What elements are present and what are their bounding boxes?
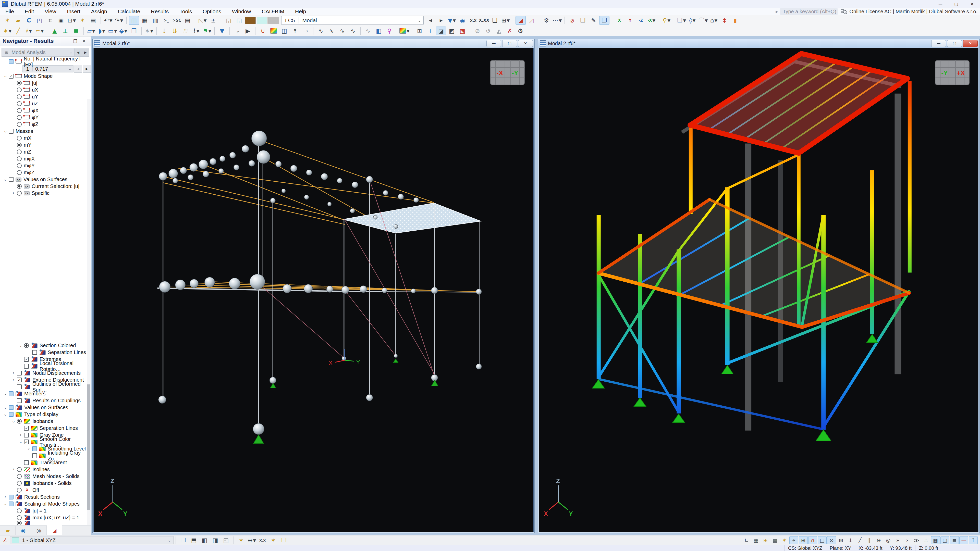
navigator-close-button[interactable]: ✕ (80, 38, 88, 44)
radio-on[interactable] (17, 81, 22, 86)
intersection[interactable]: ✗ (504, 27, 515, 35)
menu-insert[interactable]: Insert (62, 8, 86, 15)
plumb-line[interactable]: ⊺ (969, 536, 978, 545)
chevron-down-icon[interactable]: ⌄ (3, 128, 8, 133)
chevron-down-icon[interactable]: ⌄ (3, 391, 8, 396)
tree-item-uy[interactable]: uY (0, 94, 91, 100)
left-model-canvas[interactable]: X Y Z X Y (94, 48, 534, 532)
rotate-copy[interactable]: ↺ (483, 27, 493, 35)
checkbox-on[interactable] (9, 495, 14, 499)
search-expand-icon[interactable]: ▶ (776, 10, 778, 14)
tree-item-isolines[interactable]: ›Isolines (0, 466, 91, 473)
show-all-values[interactable]: X.XX (479, 16, 489, 25)
snap-tangent[interactable]: ⊖ (874, 536, 883, 545)
menu-file[interactable]: File (0, 8, 19, 15)
layers[interactable]: ≡ (950, 536, 959, 545)
tree-item-mx[interactable]: mX (0, 135, 91, 141)
new-member-load[interactable]: ⇊ (170, 27, 180, 35)
tree-item-y[interactable]: φY (0, 114, 91, 121)
measure[interactable]: ↔▾ (247, 536, 257, 545)
chevron-down-icon[interactable]: ⌄ (18, 439, 24, 444)
viewport-left-titlebar[interactable]: Modal 2.rf6* — ▢ ✕ (93, 39, 535, 48)
radio-on[interactable] (17, 419, 22, 424)
view-side[interactable]: ◨ (210, 536, 221, 545)
snap-offset[interactable]: ≫ (912, 536, 921, 545)
select-surface[interactable]: ◺▾ (197, 16, 208, 25)
tree-item-members[interactable]: ⌄Members (0, 390, 91, 397)
radio-on[interactable] (17, 521, 22, 525)
mesh-refinement[interactable]: + (425, 27, 435, 35)
tree-item-separation-lines[interactable]: ✓Separation Lines (0, 425, 91, 432)
radio-off[interactable] (17, 101, 22, 106)
snap-from[interactable]: › (903, 536, 912, 545)
orange-wall-panel[interactable]: ▮ (730, 16, 740, 25)
checkbox-off[interactable] (24, 433, 29, 437)
magnet-snap[interactable]: ∩ (808, 536, 817, 545)
new-block[interactable]: ❐ (129, 27, 139, 35)
dropdown-arrow-icon[interactable]: ▾ (29, 28, 32, 34)
new-surface[interactable]: ▱▾ (86, 27, 96, 35)
prev-load-case[interactable]: ◀ (425, 16, 436, 25)
snap-divisions[interactable]: ∴ (921, 536, 931, 545)
chevron-right-icon[interactable]: › (26, 446, 32, 451)
radio-on[interactable] (24, 343, 29, 348)
tree-item-values-on-surfaces[interactable]: ⌄Values on Surfaces (0, 404, 91, 411)
rainbow-surface-results[interactable] (269, 27, 279, 35)
table-view[interactable]: ▤ (183, 16, 192, 25)
menu-tools[interactable]: Tools (174, 8, 197, 15)
search-input[interactable]: Type a keyword (Alt+Q) (780, 8, 838, 15)
tree-item-m-y[interactable]: mφY (0, 162, 91, 169)
dropdown-arrow-icon[interactable]: ▾ (120, 17, 123, 24)
dropdown-arrow-icon[interactable]: ▾ (253, 537, 256, 543)
tree-item-smooth-color-transiti[interactable]: ⌄✓Smooth Color Transiti… (0, 438, 91, 445)
radio-off[interactable] (17, 94, 22, 99)
new-column[interactable]: ⌂▾ (709, 16, 719, 25)
new-guide-object[interactable]: ✶ (236, 536, 246, 545)
radio-off[interactable] (17, 122, 22, 127)
snap-nearest[interactable]: ╱ (856, 536, 864, 545)
dimensions[interactable]: x.x (258, 536, 268, 545)
dropdown-arrow-icon[interactable]: ▾ (507, 17, 510, 24)
new-nodal-load[interactable]: ↓ (159, 27, 169, 35)
tree-item-outlines-of-deformed-surf[interactable]: Outlines of Deformed Surf… (0, 383, 91, 390)
analysis-next-button[interactable]: ▶ (82, 48, 89, 56)
dropdown-arrow-icon[interactable]: ▾ (683, 17, 686, 24)
checkbox-off[interactable] (17, 384, 22, 389)
snap-parallel[interactable]: ∥ (865, 536, 874, 545)
checkbox-on[interactable]: ✓ (24, 426, 29, 430)
result-panel[interactable]: ⋯▾ (552, 16, 562, 25)
table-panel[interactable]: ◫ (129, 16, 139, 25)
new-polyline[interactable]: ⌐▾ (35, 27, 45, 35)
result-layers[interactable]: ❏ (490, 16, 500, 25)
object-snap-new[interactable]: ✶ (780, 536, 789, 545)
checkbox-on[interactable] (9, 405, 14, 410)
radio-off[interactable] (17, 191, 22, 196)
dropdown-arrow-icon[interactable]: ▾ (705, 17, 708, 24)
tree-item-m-x[interactable]: mφX (0, 156, 91, 162)
checkbox-on[interactable] (32, 446, 37, 451)
radio-on[interactable] (17, 184, 22, 189)
new-window[interactable]: ◱ (223, 16, 234, 25)
show-results[interactable]: ◉ (458, 16, 468, 25)
checkbox-off[interactable] (32, 453, 37, 458)
checkbox-on[interactable]: ✓ (17, 378, 22, 383)
save-result-settings[interactable]: ⚙ (541, 16, 552, 25)
select-annotation[interactable]: ± (208, 16, 218, 25)
viewport-right-maximize-button[interactable]: ▢ (947, 40, 962, 47)
checkbox-off[interactable] (17, 371, 22, 375)
view-minus-z[interactable]: -Z (636, 16, 646, 25)
radio-off[interactable] (17, 149, 22, 154)
tree-item-results-on-couplings[interactable]: Results on Couplings (0, 397, 91, 404)
tree-item-separation-lines[interactable]: Separation Lines (0, 349, 91, 356)
viewport-window-right[interactable]: Modal 2.rf6* — ▢ ✕ (538, 39, 980, 533)
result-beam-min[interactable]: ∿ (316, 27, 326, 35)
radio-off[interactable] (17, 474, 22, 479)
tree-item-no-natural-frequency-f-hz[interactable]: No. | Natural Frequency f [Hz] (0, 58, 91, 65)
new-surface-support[interactable]: ≣ (71, 27, 81, 35)
guideline[interactable]: — (959, 536, 968, 545)
view-solid-model[interactable]: ❒ (578, 16, 588, 25)
open-file[interactable]: ▰ (13, 16, 23, 25)
tab-data[interactable]: ▰ (0, 526, 16, 535)
tree-item-my[interactable]: mY (0, 141, 91, 148)
section-plane-xz[interactable]: ⬔ (457, 27, 468, 35)
